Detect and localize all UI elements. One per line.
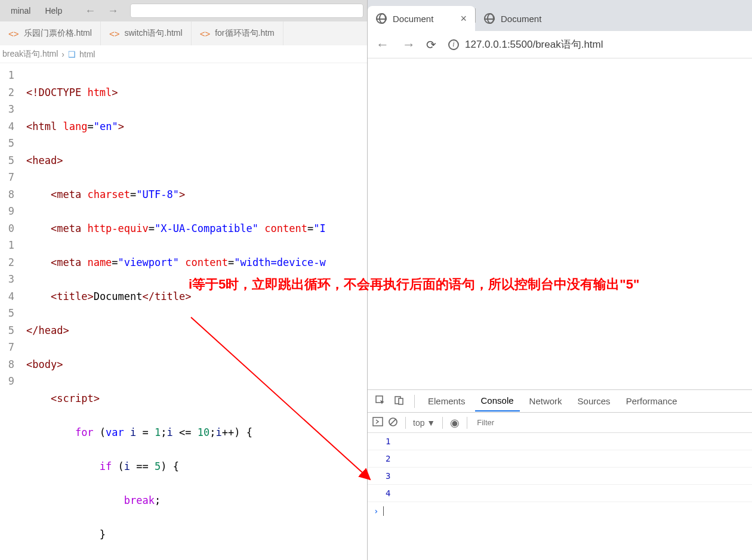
symbol-icon: ❑ [68,49,76,59]
console-log-row: 1 [368,433,752,450]
close-icon[interactable]: × [460,13,467,25]
browser-tab-title: Document [393,14,433,24]
html-file-icon: <> [200,29,211,39]
prompt-caret-icon: › [374,506,378,516]
console-log-row: 4 [368,485,752,502]
file-tab-label: for循环语句.htm [215,28,275,39]
devtools-tab-console[interactable]: Console [475,391,520,412]
inspect-icon[interactable] [372,392,388,410]
live-expression-icon[interactable]: ◉ [450,416,460,429]
page-viewport [368,58,752,389]
browser-tabs: Document × Document [368,0,752,31]
console-prompt[interactable]: › [368,502,752,519]
devtools-tab-sources[interactable]: Sources [572,391,617,411]
site-info-icon[interactable]: i [448,39,459,50]
browser-tab[interactable]: Document [476,6,583,31]
browser-tab-title: Document [501,14,541,24]
file-tab[interactable]: <> switch语句.html [101,21,192,45]
forward-button-icon[interactable]: → [400,35,418,55]
file-tab[interactable]: <> 乐园门票价格.html [0,21,101,45]
console-log-row: 2 [368,450,752,468]
file-tab-label: 乐园门票价格.html [24,28,92,39]
command-center-search[interactable] [130,4,363,18]
menu-help[interactable]: Help [38,6,69,16]
address-bar[interactable]: i 127.0.0.1:5500/break语句.html [448,38,603,51]
menu-terminal[interactable]: minal [4,6,38,16]
code-editor[interactable]: 1234557890123455789 <!DOCTYPE html> <htm… [0,63,367,560]
clear-console-icon[interactable] [388,417,398,429]
breadcrumb-symbol: html [79,49,95,59]
browser-toolbar: ← → ⟳ i 127.0.0.1:5500/break语句.html [368,31,752,58]
nav-back-icon[interactable]: ← [85,5,95,17]
console-sidebar-toggle-icon[interactable] [372,417,383,428]
vscode-menubar: minal Help ← → [0,0,367,21]
line-gutter: 1234557890123455789 [0,63,18,390]
devtools-tab-performance[interactable]: Performance [620,391,683,411]
breadcrumb[interactable]: break语句.html › ❑ html [0,45,367,63]
context-selector[interactable]: top ▼ [413,418,435,428]
chevron-right-icon: › [61,49,64,59]
console-toolbar: top ▼ ◉ [368,413,752,433]
url-text: 127.0.0.1:5500/break语句.html [465,38,603,51]
globe-icon [484,13,495,24]
file-tab[interactable]: <> for循环语句.htm [192,21,283,45]
reload-button-icon[interactable]: ⟳ [426,38,436,52]
browser-tab[interactable]: Document × [368,6,475,31]
devtools-tabbar: Elements Console Network Sources Perform… [368,390,752,413]
device-toggle-icon[interactable] [392,392,407,410]
console-log-row: 3 [368,468,752,485]
text-cursor [383,506,384,516]
console-filter-input[interactable] [474,416,747,429]
html-file-icon: <> [8,29,19,39]
annotation-text: i等于5时，立即跳出循环，不会再执行后面的语句，所以控制台中没有输出"5" [189,274,732,295]
back-button-icon[interactable]: ← [374,35,392,55]
console-output: 1 2 3 4 › [368,433,752,519]
devtools-panel: Elements Console Network Sources Perform… [368,389,752,560]
html-file-icon: <> [109,29,120,39]
editor-tabs: <> 乐园门票价格.html <> switch语句.html <> for循环… [0,21,367,45]
devtools-tab-network[interactable]: Network [523,391,568,411]
devtools-tab-elements[interactable]: Elements [422,391,471,411]
code-content: <!DOCTYPE html> <html lang="en"> <head> … [26,67,326,560]
breadcrumb-file: break语句.html [2,49,58,60]
svg-rect-3 [399,398,403,404]
svg-line-6 [390,419,396,425]
globe-icon [376,13,387,24]
nav-forward-icon[interactable]: → [107,5,118,17]
file-tab-label: switch语句.html [124,28,182,39]
